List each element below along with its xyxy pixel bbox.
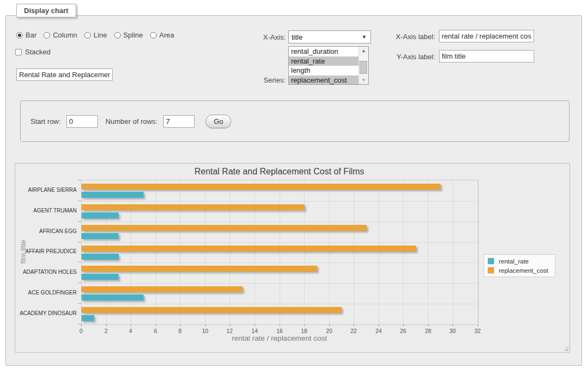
start-row-input[interactable] (66, 115, 98, 128)
legend-item-replacement_cost: replacement_cost (487, 267, 548, 274)
gridline-vertical (354, 180, 354, 324)
gridline-vertical (156, 180, 156, 324)
start-row-label: Start row: (30, 117, 61, 126)
series-listbox[interactable]: rental_durationrental_ratelengthreplacem… (288, 46, 369, 85)
x-tick-label: 18 (296, 328, 312, 334)
gridline-vertical (280, 180, 280, 324)
series-option-replacement_cost[interactable]: replacement_cost (289, 76, 358, 85)
x-tick-label: 0 (73, 328, 89, 334)
x-axis-tick (453, 324, 453, 327)
gridline-vertical (428, 180, 429, 324)
legend-swatch (487, 267, 494, 274)
gridline-vertical (379, 180, 379, 324)
bar-replacement_cost-airplane-sierra (82, 184, 441, 190)
x-axis-tick (131, 324, 131, 327)
series-scrollbar[interactable]: ▲ ▼ (358, 47, 368, 84)
x-tick-label: 14 (246, 328, 263, 334)
x-tick-label: 2 (98, 328, 114, 334)
x-tick-label: 4 (122, 328, 139, 334)
chart-legend: rental_ratereplacement_cost (484, 254, 555, 277)
chart-type-label: Area (159, 31, 174, 39)
y-axis-tick (78, 242, 81, 242)
series-option-length[interactable]: length (289, 66, 358, 76)
gridline-vertical (329, 180, 330, 324)
scrollbar-thumb[interactable] (360, 61, 367, 74)
x-tick-label: 30 (444, 328, 461, 334)
chart-container: Rental Rate and Replacement Cost of Film… (15, 163, 570, 353)
x-tick-label: 24 (370, 328, 387, 334)
series-select-label: Series: (231, 76, 286, 84)
chart-type-radio-group: BarColumnLineSplineArea (16, 31, 174, 39)
x-axis-tick (81, 324, 82, 327)
category-label: AGENT TRUMAN (18, 208, 77, 214)
x-tick-label: 10 (197, 328, 213, 334)
gridline-vertical (230, 180, 230, 324)
x-tick-label: 16 (271, 328, 288, 334)
gridline-vertical (453, 180, 453, 324)
chart-type-label: Column (53, 31, 77, 39)
x-tick-label: 12 (221, 328, 238, 334)
legend-label: rental_rate (499, 258, 529, 265)
x-axis-tick (403, 324, 404, 327)
x-axis-label-input[interactable] (439, 30, 534, 42)
y-axis-label-input[interactable] (439, 50, 534, 62)
number-of-rows-input[interactable] (163, 115, 195, 128)
chart-type-label: Bar (26, 31, 36, 39)
legend-swatch (487, 258, 494, 265)
bar-rental_rate-airplane-sierra (82, 192, 144, 198)
resize-grip-icon[interactable] (562, 345, 568, 351)
category-label: AIRPLANE SIERRA (18, 187, 77, 193)
x-axis-tick (106, 324, 107, 327)
bar-rental_rate-academy-dinosaur (82, 315, 94, 321)
stacked-checkbox[interactable] (15, 49, 22, 55)
chart-type-label: Spline (123, 31, 143, 39)
y-axis-label-label: Y-Axis label: (381, 53, 435, 61)
chart-type-radio-spline[interactable]: Spline (114, 31, 143, 39)
radio-icon[interactable] (114, 32, 121, 39)
chart-type-radio-column[interactable]: Column (44, 31, 77, 39)
gridline-vertical (255, 180, 255, 324)
category-label: ACE GOLDFINGER (18, 290, 77, 296)
gridline-horizontal (82, 201, 478, 202)
chart-type-radio-area[interactable]: Area (150, 31, 174, 39)
gridline-horizontal (82, 304, 478, 304)
stacked-label: Stacked (25, 48, 51, 56)
radio-icon[interactable] (150, 32, 157, 39)
x-axis-tick (230, 324, 230, 327)
gridline-vertical (304, 180, 305, 324)
page: Display chart BarColumnLineSplineArea St… (0, 0, 588, 370)
y-axis-tick (78, 200, 81, 201)
x-axis-tick (428, 324, 429, 327)
chart-type-radio-line[interactable]: Line (84, 31, 107, 39)
stacked-option[interactable]: Stacked (15, 48, 51, 56)
scroll-down-icon[interactable]: ▼ (359, 76, 368, 84)
series-option-rental_rate[interactable]: rental_rate (289, 57, 358, 66)
gridline-vertical (180, 180, 181, 324)
x-axis-select[interactable]: title ▼ (288, 30, 371, 43)
y-axis-tick (78, 283, 81, 283)
radio-icon[interactable] (16, 32, 23, 39)
radio-icon[interactable] (84, 32, 91, 39)
chart-title: Rental Rate and Replacement Cost of Film… (81, 167, 478, 177)
x-tick-label: 26 (395, 328, 411, 334)
x-axis-tick (379, 324, 379, 327)
x-axis-tick (329, 324, 330, 327)
x-axis-tick (478, 324, 478, 327)
scroll-up-icon[interactable]: ▲ (359, 47, 368, 55)
radio-icon[interactable] (44, 32, 50, 39)
x-tick-label: 28 (420, 328, 436, 334)
bar-replacement_cost-adaptation-holes (82, 266, 317, 272)
y-axis-tick (78, 303, 81, 304)
bar-rental_rate-african-egg (82, 233, 119, 239)
x-axis-tick (304, 324, 305, 327)
x-axis-tick (156, 324, 156, 327)
bar-rental_rate-affair-prejudice (82, 254, 119, 260)
series-option-rental_duration[interactable]: rental_duration (289, 47, 358, 57)
x-tick-label: 22 (345, 328, 362, 334)
chart-x-axis-title: rental rate / replacement cost (81, 334, 478, 342)
chart-type-radio-bar[interactable]: Bar (16, 31, 36, 39)
chart-title-input[interactable] (16, 68, 113, 81)
category-label: ADAPTATION HOLES (18, 269, 77, 275)
go-button[interactable]: Go (206, 115, 231, 128)
row-range-box: Start row: Number of rows: Go (20, 101, 570, 142)
